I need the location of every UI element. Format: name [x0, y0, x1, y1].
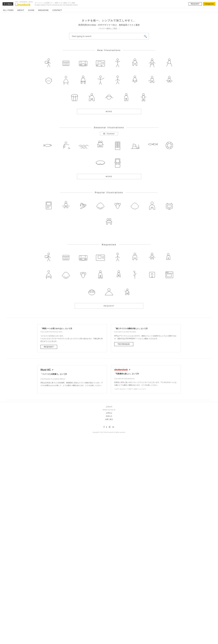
pinterest-icon[interactable]: ✏ [112, 426, 114, 428]
illust-item[interactable] [110, 138, 126, 154]
nav-contact[interactable]: CONTACT [53, 9, 62, 11]
illust-item[interactable] [58, 198, 74, 214]
logo[interactable]: Linustock [15, 3, 30, 7]
illust-item[interactable] [110, 55, 126, 71]
illust-item[interactable] [41, 72, 57, 88]
illust-item[interactable] [144, 198, 160, 214]
illust-item[interactable] [161, 72, 177, 88]
svg-rect-24 [97, 65, 98, 66]
illust-item[interactable] [110, 198, 126, 214]
info-box-1-subtitle: If you couldn't find what you need... [41, 331, 104, 332]
new-more-button[interactable]: MORE [77, 109, 141, 114]
svg-rect-7 [63, 61, 69, 66]
illust-item[interactable] [161, 55, 177, 71]
illust-item[interactable] [58, 250, 74, 266]
illust-item[interactable] [136, 90, 151, 106]
footer-link-2[interactable]: ※サイトについて [3, 408, 215, 412]
illust-item[interactable] [127, 198, 143, 214]
illust-item[interactable] [161, 250, 177, 266]
illust-item[interactable] [110, 267, 126, 283]
illust-item[interactable] [92, 267, 108, 283]
illust-item[interactable] [144, 138, 160, 154]
search-icon[interactable]: 🔍 [144, 35, 147, 38]
illust-item[interactable] [41, 267, 57, 283]
technique-button[interactable]: TECHNIQUE [114, 342, 133, 346]
seasonal-more-button[interactable]: MORE [77, 174, 141, 179]
illust-item[interactable] [75, 55, 91, 71]
svg-point-169 [127, 289, 128, 290]
illust-item[interactable] [67, 90, 82, 106]
illustac-logo[interactable]: Illust AC ↗ [41, 368, 104, 371]
popular-illustrations-title: Popular Illustrations [3, 191, 215, 194]
illust-item[interactable] [75, 72, 91, 88]
illust-item[interactable] [127, 250, 143, 266]
illust-item[interactable] [92, 250, 108, 266]
illust-item[interactable] [92, 138, 108, 154]
illust-item[interactable] [58, 55, 74, 71]
illust-item[interactable] [92, 155, 108, 170]
shutterstock-logo[interactable]: shutterstock ↗ [114, 368, 177, 371]
illust-item[interactable] [75, 250, 91, 266]
illust-item[interactable] [92, 198, 108, 214]
instagram-icon[interactable]: © [109, 426, 111, 428]
illust-item[interactable] [41, 198, 57, 214]
illust-item[interactable] [144, 72, 160, 88]
partners-section: Illust AC ↗ 「イメージと全然違う」という方 If the illus… [0, 360, 218, 398]
illust-item[interactable] [127, 55, 143, 71]
illust-item[interactable] [75, 138, 91, 154]
illust-item[interactable] [144, 267, 160, 283]
svg-rect-83 [118, 146, 119, 148]
illust-item[interactable] [58, 138, 74, 154]
illust-item[interactable] [127, 72, 143, 88]
illust-item[interactable] [41, 250, 57, 266]
header-tagline: サイトストックは登用フリー・商用ベクター挿画イラスト素材 No login re… [35, 2, 78, 6]
svg-point-63 [71, 94, 78, 97]
nav-magazine[interactable]: MAGAZINE [38, 9, 49, 11]
header-request-button[interactable]: REQUEST [189, 2, 201, 6]
footer-link-3[interactable]: お問合せ [3, 412, 215, 415]
illust-item[interactable] [161, 138, 177, 154]
illust-item[interactable] [110, 155, 126, 170]
menu-button[interactable]: ☰ ≡ Menu [3, 2, 13, 6]
illust-item[interactable] [110, 72, 126, 88]
illust-item[interactable] [127, 138, 143, 154]
logo-rest: inustock [17, 3, 30, 7]
illust-item[interactable] [110, 250, 126, 266]
illust-item[interactable] [75, 267, 91, 283]
nav-about[interactable]: ABOUT [17, 9, 24, 11]
footer-link-1[interactable]: よみもの [3, 405, 215, 408]
illust-item[interactable] [92, 55, 108, 71]
illust-item[interactable] [84, 284, 100, 300]
illust-item[interactable] [127, 267, 143, 283]
svg-line-67 [88, 96, 90, 96]
illust-item[interactable] [58, 267, 74, 283]
illust-item[interactable] [118, 284, 134, 300]
illust-item[interactable] [144, 250, 160, 266]
facebook-icon[interactable]: f [104, 426, 104, 428]
illust-item[interactable] [161, 267, 177, 283]
shutterstock-subtitle-en: If you want the stock photos too: [114, 378, 177, 380]
svg-point-43 [65, 76, 67, 78]
illust-item[interactable] [101, 284, 117, 300]
illust-item[interactable] [161, 198, 177, 214]
illust-item[interactable] [101, 90, 117, 106]
illust-item[interactable] [84, 90, 100, 106]
info-request-button[interactable]: REQUEST [41, 345, 57, 349]
illust-item[interactable] [58, 72, 74, 88]
illust-item[interactable] [41, 138, 57, 154]
shutterstock-subtitle: 「写真素材も欲しい」という方 [114, 372, 177, 375]
illust-item[interactable] [75, 198, 91, 214]
illust-item[interactable] [101, 215, 117, 231]
illust-item[interactable] [92, 72, 108, 88]
footer-link-5[interactable]: お断り書き [3, 418, 215, 421]
illust-item[interactable] [144, 55, 160, 71]
search-input[interactable] [69, 33, 149, 40]
request-button[interactable]: REQUEST [75, 303, 143, 308]
footer-link-4[interactable]: 利用の方 [3, 415, 215, 418]
nav-all-items[interactable]: ALL ITEMS [3, 9, 14, 11]
categories-button[interactable]: Categories [203, 2, 215, 6]
illust-item[interactable] [118, 90, 134, 106]
twitter-icon[interactable]: t [106, 426, 107, 428]
illust-item[interactable] [41, 55, 57, 71]
nav-guide[interactable]: GUIDE [28, 9, 35, 11]
